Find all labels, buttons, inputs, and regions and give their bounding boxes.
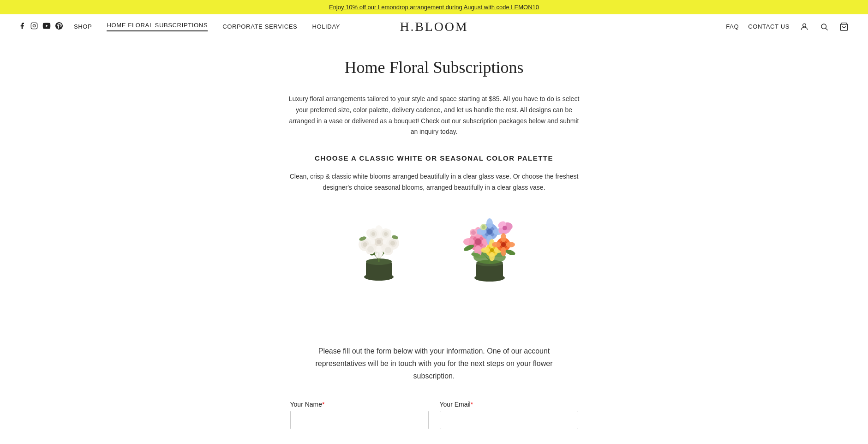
svg-point-1 [33, 24, 35, 27]
svg-point-59 [463, 238, 474, 246]
announcement-link[interactable]: Enjoy 10% off our Lemondrop arrangement … [329, 4, 539, 11]
pinterest-icon[interactable] [55, 22, 63, 31]
svg-point-3 [803, 24, 806, 27]
svg-point-71 [503, 226, 507, 230]
svg-point-56 [475, 239, 481, 245]
svg-line-5 [826, 28, 827, 30]
subscription-form: Your Name* Your Email* [282, 401, 587, 429]
svg-point-76 [489, 252, 495, 261]
form-row-1: Your Name* Your Email* [282, 401, 587, 429]
email-label: Your Email* [440, 401, 473, 408]
nav-left: SHOP HOME FLORAL SUBSCRIPTIONS CORPORATE… [74, 22, 340, 31]
svg-point-18 [377, 240, 381, 244]
site-logo[interactable]: H.BLOOM [400, 19, 468, 34]
youtube-icon[interactable] [42, 23, 51, 31]
svg-point-63 [487, 229, 492, 234]
nav-faq[interactable]: FAQ [726, 23, 739, 30]
nav-contact-us[interactable]: CONTACT US [748, 23, 790, 30]
cart-icon[interactable] [838, 22, 850, 31]
svg-point-40 [367, 246, 374, 252]
svg-point-4 [821, 24, 826, 29]
nav-holiday[interactable]: HOLIDAY [312, 23, 340, 30]
main-content: Home Floral Subscriptions Luxury floral … [0, 39, 868, 444]
svg-point-2 [36, 24, 36, 24]
svg-point-38 [384, 232, 388, 236]
header-left: SHOP HOME FLORAL SUBSCRIPTIONS CORPORATE… [18, 22, 340, 31]
nav-right: FAQ CONTACT US [726, 22, 850, 31]
svg-point-89 [482, 225, 485, 229]
name-field-group: Your Name* [290, 401, 429, 429]
svg-rect-0 [31, 23, 37, 29]
palette-heading: CHOOSE A CLASSIC WHITE OR SEASONAL COLOR… [287, 154, 582, 162]
form-section: Please fill out the form below with your… [273, 345, 596, 444]
svg-point-35 [371, 232, 375, 236]
palette-desc: Clean, crisp & classic white blooms arra… [287, 171, 582, 193]
svg-point-85 [506, 242, 515, 247]
svg-point-74 [490, 248, 494, 252]
svg-point-81 [501, 242, 506, 247]
intro-text: Luxury floral arrangements tailored to y… [287, 94, 582, 138]
name-label: Your Name* [290, 401, 325, 408]
svg-point-87 [471, 230, 476, 235]
instagram-icon[interactable] [30, 22, 38, 31]
white-flower-image [337, 206, 420, 289]
nav-shop[interactable]: SHOP [74, 23, 92, 30]
nav-home-floral[interactable]: HOME FLORAL SUBSCRIPTIONS [107, 22, 208, 31]
social-icons [18, 22, 63, 31]
svg-point-82 [501, 233, 506, 242]
svg-point-42 [385, 247, 391, 253]
announcement-bar: Enjoy 10% off our Lemondrop arrangement … [0, 0, 868, 14]
svg-point-83 [501, 247, 506, 256]
name-input[interactable] [290, 411, 429, 429]
header: SHOP HOME FLORAL SUBSCRIPTIONS CORPORATE… [0, 14, 868, 39]
facebook-icon[interactable] [18, 22, 26, 31]
form-intro: Please fill out the form below with your… [300, 345, 568, 383]
svg-point-77 [481, 247, 490, 253]
svg-point-32 [390, 241, 395, 246]
colorful-flower-image [448, 206, 531, 289]
flower-images [287, 206, 582, 289]
email-input[interactable] [440, 411, 578, 429]
svg-point-84 [492, 242, 501, 247]
email-field-group: Your Email* [440, 401, 578, 429]
page-title: Home Floral Subscriptions [287, 58, 582, 77]
page-content: Home Floral Subscriptions Luxury floral … [277, 39, 591, 345]
search-icon[interactable] [819, 23, 829, 31]
account-icon[interactable] [799, 22, 810, 31]
nav-corporate-services[interactable]: CORPORATE SERVICES [222, 23, 297, 30]
svg-point-64 [486, 218, 493, 228]
